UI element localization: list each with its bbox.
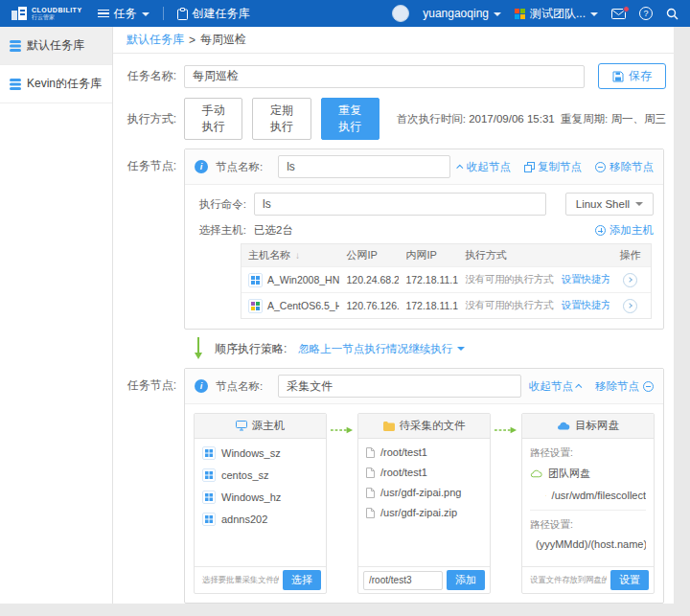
panel-title: 待采集的文件 xyxy=(400,419,466,433)
search-icon[interactable] xyxy=(666,8,678,20)
public-ip: 120.76.126.93 xyxy=(339,300,399,311)
messages-button[interactable] xyxy=(611,9,626,19)
file-item[interactable]: /usr/gdf-zipai.png xyxy=(366,487,482,498)
schedule-info: 首次执行时间: 2017/09/06 15:31 重复周期: 周一、周三 xyxy=(397,112,666,126)
file-item[interactable]: /root/test1 xyxy=(366,446,482,458)
table-row-win2008[interactable]: A_Win2008_HN1 120.24.68.29 172.18.11.167… xyxy=(242,266,651,292)
file-path-input[interactable] xyxy=(363,571,443,590)
hamburger-icon xyxy=(98,10,109,18)
path-settings-label: 路径设置: xyxy=(530,446,646,460)
node-name-label: 节点名称: xyxy=(216,379,263,394)
chevron-down-icon xyxy=(590,12,598,16)
command-input[interactable] xyxy=(254,193,546,216)
flow-down-arrow-icon xyxy=(194,337,203,360)
task-library-sidebar: 默认任务库 Kevin的任务库 xyxy=(0,27,113,604)
node-connector: 顺序执行策略: 忽略上一节点执行情况继续执行 xyxy=(194,334,666,363)
notification-badge xyxy=(623,6,630,12)
sort-icon[interactable]: ↓ xyxy=(295,250,300,261)
sidebar-item-default-library[interactable]: 默认任务库 xyxy=(0,27,112,65)
host-table: 主机名称↓ 公网IP 内网IP 执行方式 操作 A_Win2008_HN1 xyxy=(241,243,652,319)
target-drive-panel: 目标网盘 路径设置: 团队网盘 /usr/wdm/file xyxy=(521,413,655,594)
set-shortcut-link[interactable]: 设置快捷方式 xyxy=(562,273,610,286)
task-node-label: 任务节点: xyxy=(123,377,176,394)
info-icon: i xyxy=(195,160,208,173)
mode-scheduled-button[interactable]: 定期执行 xyxy=(252,98,310,140)
team-drive-item[interactable]: 团队网盘 xyxy=(530,467,646,481)
windows-os-icon xyxy=(248,273,263,287)
private-ip: 172.18.11.167 xyxy=(399,274,458,285)
node2-name-input[interactable] xyxy=(278,375,521,398)
mode-repeat-button[interactable]: 重复执行 xyxy=(321,98,380,140)
source-host-item[interactable]: Windows_hz xyxy=(202,491,318,504)
user-avatar[interactable] xyxy=(392,5,409,22)
drive-path-item[interactable]: /usr/wdm/filescollect xyxy=(545,490,646,501)
remove-node-link[interactable]: 移除节点 xyxy=(595,160,654,174)
task-name-label: 任务名称: xyxy=(123,68,176,84)
file-icon xyxy=(366,508,375,518)
select-hosts-button[interactable]: 选择 xyxy=(283,570,321,590)
file-item[interactable]: /usr/gdf-zipai.zip xyxy=(366,507,482,518)
repeat-label: 重复周期: xyxy=(561,113,608,125)
table-row-centos[interactable]: A_CentOS6.5_HN1 120.76.126.93 172.18.11.… xyxy=(242,292,651,318)
file-icon xyxy=(366,488,375,498)
mode-manual-button[interactable]: 手动执行 xyxy=(184,98,242,140)
panel-title: 目标网盘 xyxy=(575,419,619,433)
task-name-input[interactable] xyxy=(184,65,585,88)
node1-name-input[interactable] xyxy=(278,155,450,178)
username: yuangaoqing xyxy=(423,7,489,20)
windows-os-icon xyxy=(202,491,216,504)
file-icon xyxy=(366,447,375,458)
add-file-button[interactable]: 添加 xyxy=(447,570,485,590)
name-settings-label: 路径设置: xyxy=(530,518,646,532)
save-button[interactable]: 保存 xyxy=(598,63,666,89)
help-button[interactable]: ? xyxy=(639,7,653,20)
brand-subtitle: 行云管家 xyxy=(32,14,82,20)
clipboard-icon xyxy=(177,8,188,20)
node-name-label: 节点名称: xyxy=(216,160,263,174)
create-task-library-label: 创建任务库 xyxy=(193,6,250,22)
row-expand-icon[interactable] xyxy=(623,273,637,287)
exec-status: 没有可用的执行方式 xyxy=(465,273,553,286)
nav-separator xyxy=(163,7,164,20)
sequence-strategy-label: 顺序执行策略: xyxy=(215,341,287,357)
chevron-up-icon xyxy=(575,383,582,390)
team-selector[interactable]: 测试团队... xyxy=(515,6,598,22)
user-menu[interactable]: yuangaoqing xyxy=(423,7,501,20)
set-path-button[interactable]: 设置 xyxy=(610,570,649,590)
breadcrumb-current: 每周巡检 xyxy=(200,32,246,48)
nav-menu-label: 任务 xyxy=(114,6,137,22)
collapse-node-link[interactable]: 收起节点 xyxy=(529,379,582,394)
chevron-down-icon xyxy=(142,12,150,16)
sidebar-item-kevin-library[interactable]: Kevin的任务库 xyxy=(0,65,112,103)
brand-logo: CLOUDBILITY 行云管家 xyxy=(12,7,82,20)
cloud-icon xyxy=(557,422,570,430)
windows-os-icon xyxy=(202,446,216,460)
add-host-link[interactable]: 添加主机 xyxy=(595,223,654,238)
create-task-library-button[interactable]: 创建任务库 xyxy=(177,6,250,22)
shell-selector[interactable]: Linux Shell xyxy=(565,193,654,216)
row-expand-icon[interactable] xyxy=(623,299,637,313)
file-item[interactable]: /root/test1 xyxy=(366,467,482,478)
set-path-hint: 设置文件存放到网盘的路径 xyxy=(527,575,607,586)
nav-menu-tasks[interactable]: 任务 xyxy=(98,6,150,22)
public-ip: 120.24.68.29 xyxy=(339,274,399,285)
source-host-item[interactable]: adnns202 xyxy=(202,513,318,526)
breadcrumb-parent-link[interactable]: 默认任务库 xyxy=(126,32,184,48)
source-host-item[interactable]: Windows_sz xyxy=(202,446,318,460)
node-card-ls: i 节点名称: 收起节点 复制节点 移除节点 执行命令: xyxy=(184,148,664,330)
remove-node-link[interactable]: 移除节点 xyxy=(595,379,654,394)
team-name: 测试团队... xyxy=(530,6,586,22)
collapse-node-link[interactable]: 收起节点 xyxy=(458,160,511,174)
panel-divider xyxy=(530,510,646,511)
source-host-item[interactable]: centos_sz xyxy=(202,468,318,482)
set-shortcut-link[interactable]: 设置快捷方式 xyxy=(562,299,610,312)
info-icon: i xyxy=(195,379,208,393)
select-hosts-label: 选择主机: xyxy=(195,223,246,238)
cloudbility-logo-icon xyxy=(12,7,27,20)
folder-icon xyxy=(545,491,546,500)
node-card-collect-files: i 节点名称: 收起节点 移除节点 源主机 xyxy=(184,368,664,604)
copy-node-link[interactable]: 复制节点 xyxy=(524,160,582,174)
sidebar-item-label: Kevin的任务库 xyxy=(27,76,102,92)
main-content: 默认任务库 > 每周巡检 任务名称: 保存 执行方式: 手动执行 定期执行 重复… xyxy=(113,27,674,604)
sequence-strategy-dropdown[interactable]: 忽略上一节点执行情况继续执行 xyxy=(298,342,465,356)
